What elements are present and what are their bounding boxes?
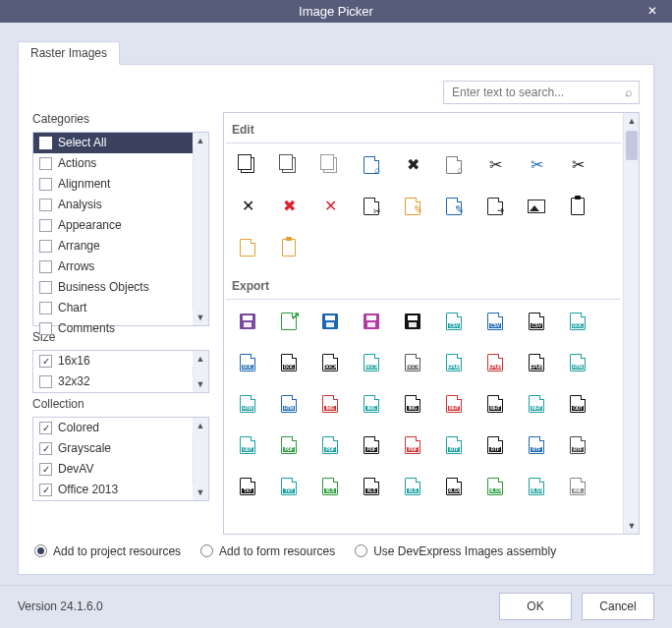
rtf-black-icon[interactable]: RTF <box>483 433 507 457</box>
size-scroll-up[interactable]: ▲ <box>193 351 208 367</box>
list-item[interactable]: ✓Colored <box>33 418 208 438</box>
list-item[interactable]: ✓Office 2013 <box>33 480 208 500</box>
checkbox-icon[interactable]: ✓ <box>39 484 52 496</box>
list-item[interactable]: Actions <box>33 153 208 174</box>
size-scroll-down[interactable]: ▼ <box>193 376 208 392</box>
save-magenta-icon[interactable] <box>360 310 383 333</box>
xls-green-icon[interactable]: XLS <box>318 475 342 498</box>
csv-black-icon[interactable]: CSV <box>525 310 548 333</box>
tools-icon[interactable]: ✖ <box>401 153 424 177</box>
checkbox-icon[interactable] <box>39 240 52 253</box>
checkbox-icon[interactable] <box>39 157 52 170</box>
pdf-teal-icon[interactable]: PDF <box>318 433 342 457</box>
titlebar[interactable]: Image Picker ✕ <box>0 0 672 23</box>
radio-option[interactable]: Add to form resources <box>200 544 335 558</box>
txt-black-icon[interactable]: TXT <box>236 475 259 498</box>
ok-button[interactable]: OK <box>499 593 572 620</box>
gallery-scroll-thumb[interactable] <box>626 131 638 160</box>
htm-teal2-icon[interactable]: HTM <box>236 392 259 416</box>
docx-black2-icon[interactable]: DOCX <box>401 351 424 374</box>
save-purple-icon[interactable] <box>236 310 259 333</box>
close-button[interactable]: ✕ <box>633 0 672 26</box>
checkbox-icon[interactable] <box>39 199 52 211</box>
checkbox-icon[interactable] <box>39 375 52 388</box>
gallery-scrollbar[interactable]: ▲ ▼ <box>623 113 639 534</box>
checkbox-icon[interactable]: ✓ <box>39 442 52 455</box>
save-blue-icon[interactable] <box>318 310 342 333</box>
collection-scroll-down[interactable]: ▼ <box>193 485 208 500</box>
xlsx-green-icon[interactable]: XLSX <box>483 475 507 498</box>
clipboard-yellow-icon[interactable] <box>277 236 301 259</box>
xlsx-black-icon[interactable]: XLSX <box>442 475 466 498</box>
gallery-scroll-down[interactable]: ▼ <box>624 518 640 534</box>
list-item[interactable]: Analysis <box>33 195 208 215</box>
radio-option[interactable]: Add to project resources <box>34 544 181 558</box>
list-item[interactable]: Appearance <box>33 215 208 236</box>
x-red-icon[interactable]: ✖ <box>277 195 301 218</box>
scissors-icon[interactable]: ✂ <box>483 153 507 177</box>
copy-gray-icon[interactable] <box>318 153 342 177</box>
doc-teal-icon[interactable]: DOC <box>566 310 589 333</box>
list-item[interactable]: ✓DevAV <box>33 459 208 480</box>
csv-teal-icon[interactable]: CSV <box>442 310 466 333</box>
xml-gray-icon[interactable]: XML <box>566 475 589 498</box>
checkbox-icon[interactable] <box>39 302 52 314</box>
epub-teal-icon[interactable]: EPUB <box>442 351 466 374</box>
list-item[interactable]: Business Objects <box>33 277 208 298</box>
list-item[interactable]: Chart <box>33 298 208 318</box>
htm-blue-icon[interactable]: HTM <box>277 392 301 416</box>
edit-doc-blue-icon[interactable]: ✎ <box>442 195 466 218</box>
doc-yellow-icon[interactable] <box>236 236 259 259</box>
htm-teal-icon[interactable]: HTM <box>566 351 589 374</box>
list-item[interactable]: Arrange <box>33 236 208 257</box>
checkbox-icon[interactable] <box>39 137 52 149</box>
epub-red-icon[interactable]: EPUB <box>483 351 507 374</box>
list-item[interactable]: ✓16x16 <box>33 351 208 371</box>
image-icon[interactable] <box>525 195 548 218</box>
checkbox-icon[interactable] <box>39 219 52 232</box>
list-item[interactable]: ✓Grayscale <box>33 438 208 459</box>
xls-black-icon[interactable]: XLS <box>360 475 383 498</box>
radio-option[interactable]: Use DevExpress Images assembly <box>355 544 556 558</box>
checkbox-icon[interactable]: ✓ <box>39 463 52 476</box>
collection-scroll-up[interactable]: ▲ <box>193 418 208 433</box>
collection-list[interactable]: ✓Colored✓Grayscale✓DevAV✓Office 2013 ▲ ▼ <box>32 417 209 501</box>
categories-scroll-down[interactable]: ▼ <box>193 310 208 325</box>
img-red-icon[interactable]: IMG <box>318 392 342 416</box>
checkbox-icon[interactable] <box>39 322 52 335</box>
categories-list[interactable]: Select AllActionsAlignmentAnalysisAppear… <box>32 132 209 326</box>
export-green-icon[interactable]: ↗ <box>277 310 301 333</box>
copy-icon[interactable] <box>236 153 259 177</box>
img-teal-icon[interactable]: IMG <box>360 392 383 416</box>
rtf-black2-icon[interactable]: RTF <box>566 433 589 457</box>
list-item[interactable]: Comments <box>33 318 208 339</box>
edit-doc-icon[interactable]: ✎ <box>401 195 424 218</box>
pdf-green-icon[interactable]: PDF <box>277 433 301 457</box>
search-doc-icon[interactable]: ⌕ <box>360 153 383 177</box>
checkbox-icon[interactable]: ✓ <box>39 355 52 368</box>
cut-doc-icon[interactable]: ✂ <box>360 195 383 218</box>
img-black-icon[interactable]: IMG <box>401 392 424 416</box>
list-item[interactable]: Alignment <box>33 174 208 195</box>
categories-scrollbar[interactable] <box>193 133 208 325</box>
checkbox-icon[interactable] <box>39 281 52 294</box>
checkbox-icon[interactable]: ✓ <box>39 422 52 434</box>
checkbox-icon[interactable] <box>39 260 52 273</box>
docx-teal-icon[interactable]: DOCX <box>360 351 383 374</box>
mht-teal-icon[interactable]: MHT <box>525 392 548 416</box>
tab-raster-images[interactable]: Raster Images <box>18 41 120 65</box>
csv-blue-icon[interactable]: CSV <box>483 310 507 333</box>
gallery-scroll-up[interactable]: ▲ <box>624 113 640 129</box>
cancel-button[interactable]: Cancel <box>582 593 654 620</box>
list-item[interactable]: Arrows <box>33 257 208 277</box>
x-black-icon[interactable]: ✕ <box>236 195 259 218</box>
categories-scroll-up[interactable]: ▲ <box>193 133 208 148</box>
list-item[interactable]: 32x32 <box>33 371 208 392</box>
odt-black-icon[interactable]: ODT <box>566 392 589 416</box>
mht-red-icon[interactable]: MHT <box>442 392 466 416</box>
xls-teal-icon[interactable]: XLS <box>401 475 424 498</box>
rtf-blue-icon[interactable]: RTF <box>525 433 548 457</box>
docx-black-icon[interactable]: DOCX <box>318 351 342 374</box>
doc-black-icon[interactable]: DOC <box>277 351 301 374</box>
scissors-blue-icon[interactable]: ✂ <box>525 153 548 177</box>
